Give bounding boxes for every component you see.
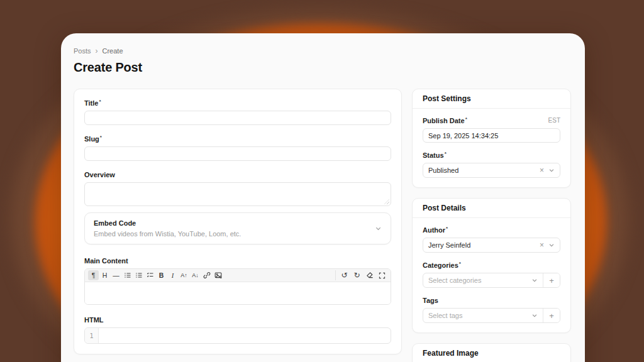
fullscreen-icon[interactable]	[377, 270, 387, 280]
post-details-title: Post Details	[413, 199, 570, 218]
required-mark: *	[465, 117, 467, 123]
publish-date-field: Publish Date* EST Sep 19, 2025 14:34:25	[423, 117, 560, 143]
page-title: Create Post	[74, 60, 571, 75]
add-tag-button[interactable]: +	[543, 309, 560, 322]
code-input[interactable]	[99, 328, 391, 343]
ordered-list-icon[interactable]	[133, 270, 144, 280]
overview-label: Overview	[84, 171, 115, 178]
tags-select[interactable]: Select tags	[423, 309, 543, 322]
required-mark: *	[459, 261, 461, 267]
chevron-down-icon[interactable]	[531, 312, 538, 319]
superscript-icon[interactable]: A↑	[179, 270, 189, 280]
post-settings-title: Post Settings	[413, 89, 570, 109]
breadcrumb: Posts › Create	[74, 47, 571, 55]
html-field: HTML 1	[84, 316, 391, 344]
line-number: 1	[85, 328, 99, 343]
status-value: Published	[428, 167, 540, 174]
italic-icon[interactable]: I	[167, 270, 178, 280]
post-details-card: Post Details Author* Jerry Seinfeld ×	[412, 198, 571, 333]
required-mark: *	[100, 135, 102, 141]
title-label: Title	[84, 99, 98, 107]
overview-field: Overview	[84, 171, 391, 206]
html-code-editor: 1	[84, 327, 391, 344]
featured-image-card: Featured Image	[412, 343, 571, 362]
chevron-down-icon[interactable]	[531, 277, 538, 283]
slug-field: Slug*	[84, 135, 391, 161]
embed-code-label: Embed Code	[94, 219, 241, 227]
breadcrumb-create: Create	[103, 47, 123, 55]
main-content-field: Main Content ¶ H —	[84, 257, 391, 305]
breadcrumb-posts[interactable]: Posts	[74, 47, 91, 55]
tags-label: Tags	[423, 297, 438, 304]
app-window: Posts › Create Create Post Title* Slug* …	[61, 33, 585, 362]
slug-label: Slug	[84, 135, 99, 143]
author-value: Jerry Seinfeld	[428, 241, 540, 249]
tags-placeholder: Select tags	[428, 312, 462, 319]
subscript-icon[interactable]: A↓	[190, 270, 201, 280]
chevron-down-icon[interactable]	[375, 225, 382, 232]
title-field: Title*	[84, 99, 391, 125]
status-select[interactable]: Published ×	[423, 163, 560, 178]
post-settings-card: Post Settings Publish Date* EST Sep 19, …	[412, 89, 571, 188]
bullet-list-icon[interactable]	[122, 270, 133, 280]
eraser-icon[interactable]	[364, 270, 375, 280]
chevron-down-icon[interactable]	[548, 167, 555, 173]
rich-text-editor: ¶ H —	[84, 268, 391, 305]
categories-placeholder: Select categories	[428, 277, 481, 284]
publish-date-input[interactable]: Sep 19, 2025 14:34:25	[423, 128, 560, 143]
chevron-right-icon: ›	[96, 47, 98, 55]
featured-image-title: Featured Image	[413, 344, 570, 362]
html-label: HTML	[84, 316, 104, 324]
title-input[interactable]	[84, 111, 391, 125]
tags-field: Tags Select tags +	[423, 297, 560, 323]
horizontal-rule-icon[interactable]: —	[111, 270, 121, 280]
redo-icon[interactable]: ↻	[352, 270, 362, 280]
chevron-down-icon[interactable]	[548, 242, 555, 248]
required-mark: *	[445, 151, 447, 157]
main-content-label: Main Content	[84, 257, 128, 265]
image-icon[interactable]	[213, 270, 223, 280]
author-field: Author* Jerry Seinfeld ×	[423, 226, 560, 253]
post-form-card: Title* Slug* Overview Embed Code E	[74, 89, 402, 354]
rte-content-area[interactable]	[85, 282, 391, 304]
categories-select[interactable]: Select categories	[423, 273, 543, 287]
bold-icon[interactable]: B	[156, 270, 167, 280]
overview-textarea[interactable]	[84, 182, 391, 206]
check-list-icon[interactable]	[145, 270, 155, 280]
status-label: Status	[423, 151, 444, 159]
clear-icon[interactable]: ×	[540, 167, 544, 174]
publish-date-label: Publish Date	[423, 117, 465, 124]
status-field: Status* Published ×	[423, 151, 560, 178]
link-icon[interactable]	[201, 270, 212, 280]
timezone-label: EST	[548, 117, 560, 124]
heading-icon[interactable]: H	[99, 270, 110, 280]
undo-icon[interactable]: ↺	[339, 270, 350, 280]
embed-code-collapsible[interactable]: Embed Code Embed videos from Wistia, You…	[84, 212, 391, 244]
add-category-button[interactable]: +	[543, 273, 560, 287]
paragraph-icon[interactable]: ¶	[88, 270, 99, 280]
author-select[interactable]: Jerry Seinfeld ×	[423, 238, 560, 253]
author-label: Author	[423, 226, 445, 234]
sidebar: Post Settings Publish Date* EST Sep 19, …	[412, 89, 571, 362]
required-mark: *	[446, 226, 448, 232]
embed-code-description: Embed videos from Wistia, YouTube, Loom,…	[94, 230, 241, 238]
rte-toolbar: ¶ H —	[85, 269, 391, 282]
slug-input[interactable]	[84, 146, 391, 161]
clear-icon[interactable]: ×	[540, 241, 544, 249]
categories-label: Categories	[423, 261, 458, 269]
required-mark: *	[99, 99, 101, 105]
categories-field: Categories* Select categories +	[423, 261, 560, 288]
